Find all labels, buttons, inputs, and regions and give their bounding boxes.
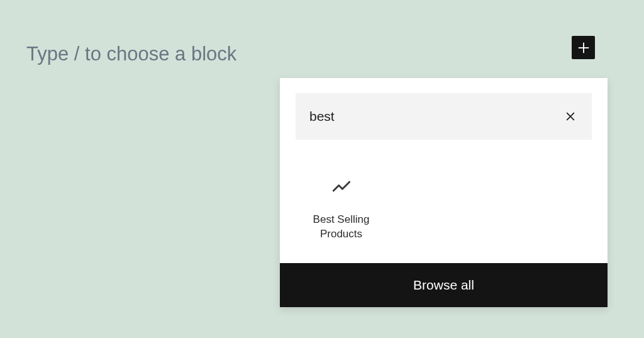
plus-icon: [577, 41, 591, 55]
inserter-search-row: [296, 93, 592, 140]
block-inserter-popover: Best Selling Products Browse all: [280, 78, 608, 307]
close-icon: [564, 110, 577, 123]
inserter-search-input[interactable]: [309, 109, 563, 124]
browse-all-button[interactable]: Browse all: [280, 263, 608, 307]
clear-search-button[interactable]: [563, 109, 578, 124]
inserter-results: Best Selling Products: [280, 140, 608, 263]
block-placeholder-text[interactable]: Type / to choose a block: [26, 43, 236, 65]
block-item-best-selling-products[interactable]: Best Selling Products: [292, 164, 390, 251]
trend-line-icon: [330, 175, 353, 198]
block-item-label: Best Selling Products: [297, 213, 385, 242]
add-block-button[interactable]: [572, 36, 595, 59]
